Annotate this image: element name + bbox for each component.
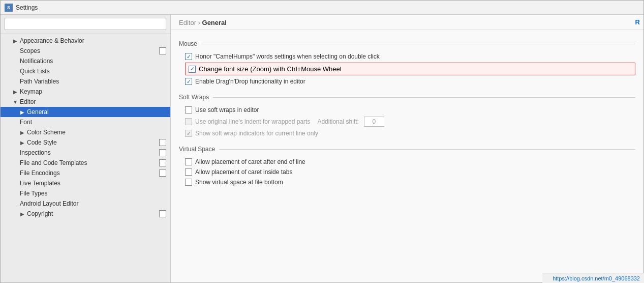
- checkbox-original-indent[interactable]: [185, 118, 192, 125]
- breadcrumb-current: General: [202, 19, 227, 26]
- sidebar-label-font: Font: [20, 119, 32, 126]
- sidebar-item-editor[interactable]: ▼ Editor: [1, 97, 170, 107]
- sidebar-label-file-encodings: File Encodings: [20, 169, 60, 177]
- sidebar-item-file-encodings[interactable]: File Encodings: [1, 168, 170, 178]
- sidebar-label-color-scheme: Color Scheme: [27, 129, 66, 136]
- breadcrumb-separator: ›: [196, 19, 202, 26]
- option-font-size-zoom-row: Change font size (Zoom) with Ctrl+Mouse …: [185, 63, 635, 75]
- label-soft-wrap-indicators: Show soft wrap indicators for current li…: [195, 130, 318, 137]
- checkbox-drag-drop[interactable]: [185, 78, 192, 85]
- sidebar-label-android-layout-editor: Android Layout Editor: [20, 200, 78, 207]
- settings-content: Mouse Honor "CamelHumps" words settings …: [171, 30, 643, 193]
- sidebar-item-inspections[interactable]: Inspections: [1, 148, 170, 158]
- option-virtual-space-bottom: Show virtual space at file bottom: [179, 177, 635, 187]
- expand-arrow-color-scheme: ▶: [20, 130, 25, 135]
- option-caret-inside-tabs: Allow placement of caret inside tabs: [179, 167, 635, 177]
- checkbox-virtual-space-bottom[interactable]: [185, 179, 192, 186]
- expand-arrow-copyright: ▶: [20, 211, 25, 216]
- option-soft-wrap-indicators: Show soft wrap indicators for current li…: [179, 128, 635, 138]
- section-virtual-space: Virtual Space: [179, 146, 635, 153]
- section-virtual-space-label: Virtual Space: [179, 146, 215, 153]
- expand-arrow-appearance: ▶: [13, 38, 18, 43]
- expand-arrow-general: ▶: [20, 109, 25, 115]
- label-original-indent: Use original line's indent for wrapped p…: [195, 118, 310, 125]
- sidebar-label-code-style: Code Style: [27, 139, 57, 146]
- sidebar-label-inspections: Inspections: [20, 149, 51, 156]
- additional-shift-label: Additional shift:: [317, 118, 358, 125]
- sidebar-item-scopes[interactable]: Scopes: [1, 46, 170, 56]
- checkbox-soft-wrap-indicators[interactable]: [185, 130, 192, 137]
- option-drag-drop: Enable Drag'n'Drop functionality in edit…: [179, 76, 635, 87]
- breadcrumb-prefix: Editor: [179, 19, 196, 26]
- sidebar-item-quick-lists[interactable]: Quick Lists: [1, 66, 170, 76]
- sidebar-item-path-variables[interactable]: Path Variables: [1, 76, 170, 87]
- option-original-indent: Use original line's indent for wrapped p…: [179, 115, 635, 128]
- additional-shift-input[interactable]: [364, 117, 384, 127]
- expand-arrow-keymap: ▶: [13, 89, 18, 94]
- sidebar-item-android-layout-editor[interactable]: Android Layout Editor: [1, 199, 170, 209]
- scopes-icon: [159, 47, 166, 54]
- settings-window: S Settings ▶ Appearance & Behavior Scope…: [0, 0, 644, 283]
- sidebar-label-scopes: Scopes: [20, 47, 40, 54]
- sidebar-label-quick-lists: Quick Lists: [20, 68, 50, 75]
- sidebar-label-editor: Editor: [20, 98, 36, 105]
- sidebar-item-file-code-templates[interactable]: File and Code Templates: [1, 158, 170, 168]
- file-encodings-icon: [159, 169, 166, 177]
- breadcrumb: Editor › General: [171, 15, 643, 30]
- sidebar-item-color-scheme[interactable]: ▶ Color Scheme: [1, 127, 170, 137]
- label-font-size-zoom: Change font size (Zoom) with Ctrl+Mouse …: [199, 65, 342, 73]
- status-url: https://blog.csdn.net/m0_49068332: [553, 275, 640, 281]
- sidebar-label-copyright: Copyright: [27, 210, 53, 217]
- checkbox-use-soft-wraps[interactable]: [185, 106, 192, 114]
- sidebar-label-keymap: Keymap: [20, 88, 42, 95]
- sidebar-label-file-code-templates: File and Code Templates: [20, 159, 87, 166]
- option-camel-humps: Honor "CamelHumps" words settings when s…: [179, 51, 635, 62]
- label-virtual-space-bottom: Show virtual space at file bottom: [195, 179, 283, 186]
- sidebar-label-general: General: [27, 108, 49, 116]
- checkbox-font-size-zoom[interactable]: [189, 66, 196, 73]
- section-soft-wraps-label: Soft Wraps: [179, 94, 209, 101]
- sidebar-label-path-variables: Path Variables: [20, 78, 59, 85]
- expand-arrow-editor: ▼: [13, 99, 18, 104]
- label-use-soft-wraps: Use soft wraps in editor: [195, 106, 259, 114]
- sidebar-item-file-types[interactable]: File Types: [1, 188, 170, 199]
- left-panel: ▶ Appearance & Behavior Scopes Notificat…: [1, 15, 171, 282]
- checkbox-caret-after-end[interactable]: [185, 158, 192, 165]
- section-mouse-label: Mouse: [179, 40, 197, 47]
- window-title: Settings: [16, 4, 38, 11]
- sidebar-item-live-templates[interactable]: Live Templates: [1, 178, 170, 188]
- sidebar-item-code-style[interactable]: ▶ Code Style: [1, 137, 170, 148]
- right-panel: Editor › General Mouse Honor "CamelHumps…: [171, 15, 643, 282]
- sidebar-item-general[interactable]: ▶ General: [1, 107, 170, 117]
- search-container: [1, 15, 170, 34]
- sidebar-item-copyright[interactable]: ▶ Copyright: [1, 209, 170, 219]
- title-bar: S Settings: [1, 1, 643, 15]
- main-content: ▶ Appearance & Behavior Scopes Notificat…: [1, 15, 643, 282]
- label-caret-inside-tabs: Allow placement of caret inside tabs: [195, 168, 292, 176]
- sidebar-label-appearance-behavior: Appearance & Behavior: [20, 37, 84, 44]
- section-mouse: Mouse: [179, 40, 635, 47]
- sidebar-item-keymap[interactable]: ▶ Keymap: [1, 87, 170, 97]
- sidebar-item-font[interactable]: Font: [1, 117, 170, 127]
- app-icon-label: S: [7, 5, 10, 10]
- search-input[interactable]: [5, 18, 166, 30]
- sidebar-item-appearance-behavior[interactable]: ▶ Appearance & Behavior: [1, 36, 170, 46]
- expand-arrow-code-style: ▶: [20, 140, 25, 145]
- copyright-icon: [159, 210, 166, 217]
- file-code-templates-icon: [159, 159, 166, 166]
- sidebar-label-file-types: File Types: [20, 190, 47, 197]
- reset-indicator[interactable]: R: [635, 18, 640, 26]
- checkbox-caret-inside-tabs[interactable]: [185, 168, 192, 176]
- inspections-icon: [159, 149, 166, 156]
- sidebar-label-notifications: Notifications: [20, 58, 53, 65]
- checkbox-camel-humps[interactable]: [185, 53, 192, 60]
- sidebar-item-notifications[interactable]: Notifications: [1, 56, 170, 66]
- section-soft-wraps: Soft Wraps: [179, 94, 635, 101]
- code-style-icon: [159, 139, 166, 146]
- label-camel-humps: Honor "CamelHumps" words settings when s…: [195, 53, 380, 60]
- label-drag-drop: Enable Drag'n'Drop functionality in edit…: [195, 78, 305, 85]
- app-icon: S: [5, 4, 13, 12]
- sidebar-label-live-templates: Live Templates: [20, 180, 60, 187]
- label-caret-after-end: Allow placement of caret after end of li…: [195, 158, 305, 165]
- tree-area: ▶ Appearance & Behavior Scopes Notificat…: [1, 34, 170, 282]
